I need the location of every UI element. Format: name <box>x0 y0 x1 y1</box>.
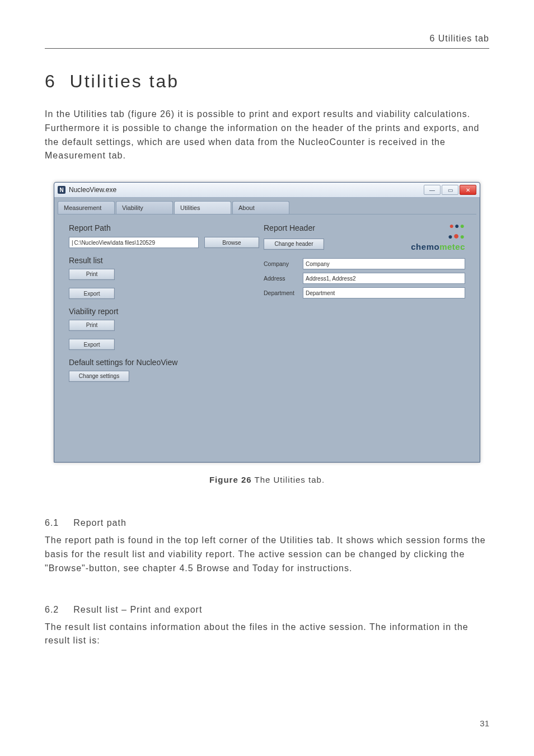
tab-utilities[interactable]: Utilities <box>174 201 231 214</box>
left-column: Report Path |C:\NucleoView\data files\12… <box>69 223 259 453</box>
department-input[interactable]: Department <box>303 287 465 298</box>
tab-measurement[interactable]: Measurement <box>58 201 115 214</box>
subsection-6-1-title: 6.1 Report path <box>45 518 489 528</box>
report-path-value: C:\NucleoView\data files\120529 <box>74 240 155 246</box>
address-label: Address <box>264 275 298 282</box>
running-header: 6 Utilities tab <box>45 34 489 49</box>
app-window: N NucleoView.exe — ▭ ✕ Measurement Viabi… <box>54 182 480 463</box>
brand-metec: metec <box>439 242 465 251</box>
subsection-6-1-number: 6.1 <box>45 518 59 528</box>
intro-paragraph: In the Utilities tab (figure 26) it is p… <box>45 108 489 163</box>
result-list-label: Result list <box>69 256 259 265</box>
figure-caption: Figure 26 The Utilities tab. <box>45 475 489 484</box>
figure-26: N NucleoView.exe — ▭ ✕ Measurement Viabi… <box>45 182 489 463</box>
figure-caption-label: Figure 26 <box>209 475 252 484</box>
subsection-6-2-number: 6.2 <box>45 605 59 615</box>
company-input[interactable]: Company <box>303 258 465 269</box>
report-path-label: Report Path <box>69 223 259 232</box>
right-column: Report Header Change header ●●● ●●● <box>264 223 465 453</box>
default-settings-label: Default settings for NucleoView <box>69 358 259 367</box>
app-icon: N <box>58 186 65 194</box>
report-path-input[interactable]: |C:\NucleoView\data files\120529 <box>69 237 199 248</box>
viability-report-label: Viability report <box>69 307 259 316</box>
maximize-button[interactable]: ▭ <box>442 185 458 195</box>
window-buttons: — ▭ ✕ <box>424 185 476 195</box>
section-name: Utilities tab <box>70 71 180 91</box>
result-print-button[interactable]: Print <box>69 269 115 280</box>
report-header-label: Report Header <box>264 223 324 232</box>
tab-content: Report Path |C:\NucleoView\data files\12… <box>58 214 476 459</box>
section-title: 6 Utilities tab <box>45 71 489 92</box>
subsection-6-1-name: Report path <box>73 518 127 528</box>
viability-print-button[interactable]: Print <box>69 320 115 331</box>
subsection-6-2-name: Result list – Print and export <box>73 605 202 615</box>
brand-logo: ●●● ●●● chemometec <box>411 221 465 251</box>
change-header-button[interactable]: Change header <box>264 239 324 250</box>
change-settings-button[interactable]: Change settings <box>69 371 129 382</box>
client-area: Measurement Viability Utilities About Re… <box>54 198 480 462</box>
window-title: NucleoView.exe <box>69 186 116 194</box>
brand-chemo: chemo <box>411 242 439 251</box>
subsection-6-2-body: The result list contains information abo… <box>45 620 489 648</box>
subsection-6-1-body: The report path is found in the top left… <box>45 534 489 575</box>
viability-export-button[interactable]: Export <box>69 339 115 350</box>
titlebar: N NucleoView.exe — ▭ ✕ <box>54 183 480 198</box>
subsection-6-2-title: 6.2 Result list – Print and export <box>45 605 489 615</box>
section-number: 6 <box>45 71 57 91</box>
address-input[interactable]: Address1, Address2 <box>303 273 465 284</box>
close-button[interactable]: ✕ <box>460 185 476 195</box>
browse-button[interactable]: Browse <box>204 237 259 248</box>
tab-about[interactable]: About <box>232 201 289 214</box>
tabs: Measurement Viability Utilities About <box>58 201 476 214</box>
minimize-button[interactable]: — <box>424 185 441 195</box>
result-export-button[interactable]: Export <box>69 288 115 299</box>
tab-viability[interactable]: Viability <box>116 201 173 214</box>
department-label: Department <box>264 290 298 296</box>
figure-caption-text: The Utilities tab. <box>252 475 325 484</box>
company-label: Company <box>264 260 298 267</box>
brand-dots-icon: ●●● ●●● <box>448 221 465 242</box>
page-number: 31 <box>480 718 489 728</box>
